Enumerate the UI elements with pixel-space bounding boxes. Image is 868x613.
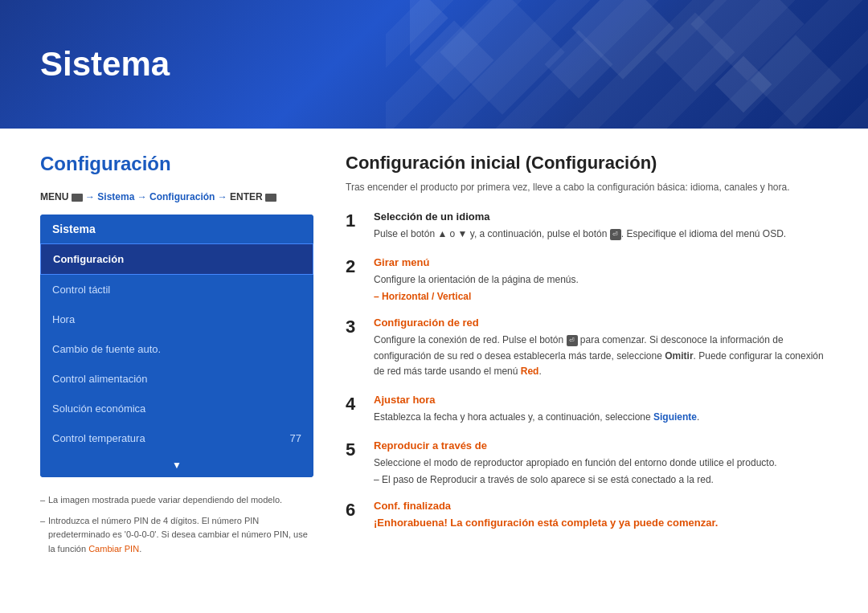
step-4-heading: Ajustar hora — [374, 394, 828, 406]
step-2-sub: Horizontal / Vertical — [374, 291, 828, 302]
right-title: Configuración inicial (Configuración) — [346, 153, 828, 174]
section-title: Configuración — [40, 153, 313, 175]
step-2: 2 Girar menú Configure la orientación de… — [346, 256, 828, 302]
step-4: 4 Ajustar hora Establezca la fecha y hor… — [346, 394, 828, 425]
step-4-content: Ajustar hora Establezca la fecha y hora … — [374, 394, 828, 425]
step-2-body: Configure la orientación de la página de… — [374, 272, 828, 288]
header-banner: Sistema — [0, 0, 868, 129]
step-1-body: Pulse el botón ▲ o ▼ y, a continuación, … — [374, 227, 828, 242]
step-4-body: Establezca la fecha y hora actuales y, a… — [374, 410, 828, 425]
reproducir-link: Reproducir a través de — [430, 474, 527, 485]
step-6-content: Conf. finalizada ¡Enhorabuena! La config… — [374, 500, 828, 529]
step-5-content: Reproducir a través de Seleccione el mod… — [374, 439, 828, 485]
siguiente-link: Siguiente — [653, 411, 697, 423]
step-3-heading: Configuración de red — [374, 317, 828, 329]
content-area: Configuración MENU → Sistema → Configura… — [0, 129, 868, 613]
step-2-number: 2 — [346, 256, 362, 277]
enter-icon-3: ⏎ — [567, 335, 578, 346]
step-5-body: Seleccione el modo de reproductor apropi… — [374, 456, 828, 471]
step-4-number: 4 — [346, 394, 362, 415]
menu-item-control-alimentacion[interactable]: Control alimentación — [40, 364, 313, 394]
step-3-content: Configuración de red Configure la conexi… — [374, 317, 828, 379]
intro-text: Tras encender el producto por primera ve… — [346, 180, 828, 194]
cambiar-pin-link[interactable]: Cambiar PIN — [88, 544, 139, 554]
step-5-number: 5 — [346, 439, 362, 460]
decorative-diamonds — [410, 0, 852, 129]
step-1-heading: Selección de un idioma — [374, 210, 828, 223]
step-1: 1 Selección de un idioma Pulse el botón … — [346, 210, 828, 242]
menu-item-cambio-fuente[interactable]: Cambio de fuente auto. — [40, 334, 313, 364]
menu-item-hora[interactable]: Hora — [40, 304, 313, 334]
step-1-content: Selección de un idioma Pulse el botón ▲ … — [374, 210, 828, 242]
menu-header: Sistema — [40, 215, 313, 243]
step-6-heading: Conf. finalizada — [374, 500, 828, 512]
right-column: Configuración inicial (Configuración) Tr… — [346, 153, 828, 589]
page-title: Sistema — [40, 45, 170, 84]
step-2-heading: Girar menú — [374, 256, 828, 268]
menu-chevron-down[interactable]: ▼ — [40, 453, 313, 477]
notes-section: La imagen mostrada puede variar dependie… — [40, 493, 313, 556]
enter-icon: ⏎ — [610, 229, 621, 240]
step-2-content: Girar menú Configure la orientación de l… — [374, 256, 828, 302]
step-5-sub: El paso de Reproducir a través de solo a… — [374, 474, 828, 485]
menu-path: MENU → Sistema → Configuración → ENTER — [40, 191, 313, 202]
step-3-number: 3 — [346, 317, 362, 337]
menu-item-solucion-economica[interactable]: Solución económica — [40, 394, 313, 423]
menu-item-control-temperatura[interactable]: Control temperatura 77 — [40, 423, 313, 453]
step-6-number: 6 — [346, 500, 362, 521]
step-6: 6 Conf. finalizada ¡Enhorabuena! La conf… — [346, 500, 828, 529]
step-3: 3 Configuración de red Configure la cone… — [346, 317, 828, 379]
note-1: La imagen mostrada puede variar dependie… — [40, 493, 313, 508]
step-5: 5 Reproducir a través de Seleccione el m… — [346, 439, 828, 485]
step-3-body: Configure la conexión de red. Pulse el b… — [374, 333, 828, 379]
note-2: Introduzca el número PIN de 4 dígitos. E… — [40, 514, 313, 557]
step-5-heading: Reproducir a través de — [374, 439, 828, 452]
menu-item-configuracion[interactable]: Configuración — [40, 243, 313, 275]
menu-item-control-tactil[interactable]: Control táctil — [40, 275, 313, 304]
red-link: Red — [521, 366, 539, 377]
omitir-link: Omitir — [665, 350, 693, 362]
sistema-menu: Sistema Configuración Control táctil Hor… — [40, 215, 313, 477]
congratulations-text: ¡Enhorabuena! La configuración está comp… — [374, 517, 828, 529]
left-column: Configuración MENU → Sistema → Configura… — [40, 153, 313, 589]
step-1-number: 1 — [346, 210, 362, 231]
